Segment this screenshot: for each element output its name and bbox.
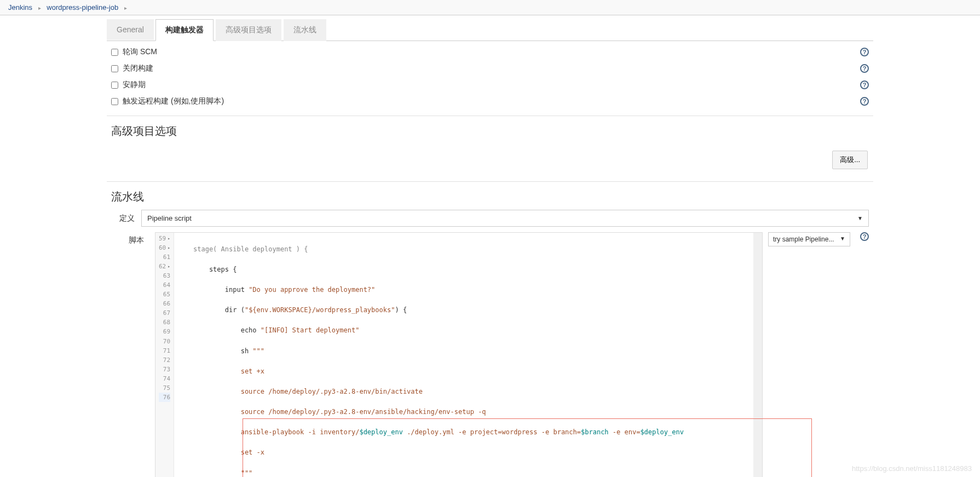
tab-general[interactable]: General <box>107 19 154 40</box>
script-label: 脚本 <box>111 232 155 245</box>
trigger-quiet-period-row: 安静期 ? <box>107 77 873 93</box>
trigger-poll-scm-row: 轮询 SCM ? <box>107 44 873 60</box>
script-row: 脚本 596061626364656667686970717273747576 … <box>107 232 873 477</box>
script-area: 596061626364656667686970717273747576 sta… <box>155 232 869 477</box>
help-icon[interactable]: ? <box>860 232 869 241</box>
definition-value: Pipeline script <box>147 214 192 222</box>
definition-select[interactable]: Pipeline script ▼ <box>141 210 869 227</box>
trigger-poll-scm-checkbox[interactable] <box>111 49 118 56</box>
editor-gutter: 596061626364656667686970717273747576 <box>155 233 174 477</box>
chevron-down-icon: ▼ <box>857 215 863 221</box>
advanced-options-header: 高级项目选项 <box>107 116 873 144</box>
build-triggers-section: 轮询 SCM ? 关闭构建 ? 安静期 ? 触发远程构建 (例如,使用脚本) ? <box>107 41 873 112</box>
help-icon[interactable]: ? <box>860 97 869 106</box>
trigger-quiet-period-checkbox[interactable] <box>111 82 118 89</box>
breadcrumb-job[interactable]: wordpress-pipeline-job <box>47 3 118 12</box>
trigger-remote-checkbox[interactable] <box>111 98 118 105</box>
pipeline-highlight-box: 脚本 596061626364656667686970717273747576 … <box>107 232 873 477</box>
trigger-disable-build-row: 关闭构建 ? <box>107 60 873 77</box>
trigger-disable-build-checkbox[interactable] <box>111 65 118 72</box>
definition-control: Pipeline script ▼ <box>141 210 869 227</box>
chevron-right-icon: ▸ <box>38 5 41 11</box>
tab-advanced-options[interactable]: 高级项目选项 <box>216 19 281 41</box>
advanced-button[interactable]: 高级... <box>832 151 868 169</box>
trigger-remote-row: 触发远程构建 (例如,使用脚本) ? <box>107 93 873 110</box>
trigger-quiet-period-label: 安静期 <box>123 80 146 90</box>
pipeline-script-editor[interactable]: 596061626364656667686970717273747576 sta… <box>155 232 763 477</box>
trigger-disable-build-label: 关闭构建 <box>123 64 153 73</box>
chevron-right-icon: ▸ <box>124 5 127 11</box>
trigger-remote-label: 触发远程构建 (例如,使用脚本) <box>123 96 224 106</box>
config-tabs: General 构建触发器 高级项目选项 流水线 <box>107 19 873 41</box>
pipeline-header: 流水线 <box>107 182 873 210</box>
help-icon[interactable]: ? <box>860 48 869 56</box>
help-icon[interactable]: ? <box>860 64 869 73</box>
trigger-poll-scm-label: 轮询 SCM <box>123 47 157 57</box>
tab-pipeline[interactable]: 流水线 <box>284 19 326 41</box>
breadcrumb: Jenkins ▸ wordpress-pipeline-job ▸ <box>0 0 980 15</box>
editor-content[interactable]: stage( Ansible deployment ) { steps { in… <box>174 233 753 477</box>
main-panel: General 构建触发器 高级项目选项 流水线 轮询 SCM ? 关闭构建 ?… <box>101 19 879 477</box>
help-icon[interactable]: ? <box>860 81 869 89</box>
editor-scrollbar-vertical[interactable] <box>753 233 762 477</box>
try-sample-pipeline-select[interactable]: try sample Pipeline... ▼ <box>768 232 850 246</box>
tab-build-triggers[interactable]: 构建触发器 <box>155 19 214 41</box>
advanced-button-row: 高级... <box>107 144 873 182</box>
breadcrumb-root[interactable]: Jenkins <box>8 3 32 12</box>
definition-label: 定义 <box>111 214 141 223</box>
chevron-down-icon: ▼ <box>840 235 845 243</box>
definition-row: 定义 Pipeline script ▼ <box>107 210 873 227</box>
sample-select-label: try sample Pipeline... <box>773 235 834 243</box>
